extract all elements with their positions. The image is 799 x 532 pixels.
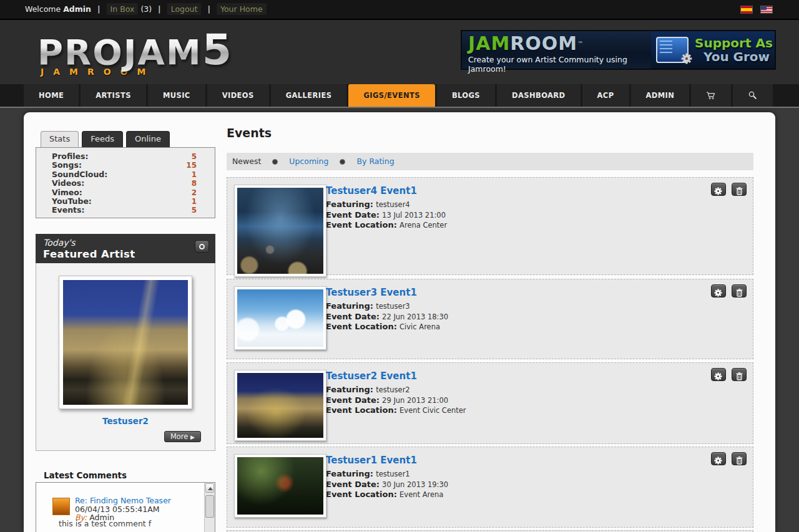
stat-label: YouTube: bbox=[52, 197, 92, 206]
spain-flag-icon[interactable] bbox=[740, 6, 753, 14]
record-dot-icon bbox=[199, 244, 205, 249]
comment-thumbnail[interactable] bbox=[52, 498, 70, 515]
event-actions bbox=[708, 452, 747, 465]
date-label: Event Date: bbox=[326, 395, 380, 405]
event-actions bbox=[708, 284, 747, 297]
event-image-link[interactable] bbox=[234, 370, 326, 441]
featuring-label: Featuring: bbox=[326, 385, 373, 394]
event-title-link[interactable]: Testuser4 Event1 bbox=[326, 185, 447, 196]
event-image-link[interactable] bbox=[234, 286, 326, 350]
nav-item-gigs-events[interactable]: GIGS/EVENTS bbox=[348, 84, 434, 107]
filter-newest[interactable]: Newest bbox=[232, 157, 261, 166]
stat-label: Profiles: bbox=[52, 152, 88, 161]
gear-icon bbox=[714, 187, 722, 195]
event-location-line: Event Location: Event Arena bbox=[326, 490, 448, 500]
latest-comments-box: Re: Finding Nemo Teaser 06/04/13 05:55:4… bbox=[36, 482, 215, 532]
nav-item-blogs[interactable]: BLOGS bbox=[437, 84, 495, 107]
nav-item-admin[interactable]: ADMIN bbox=[631, 84, 690, 107]
content-wrapper: Stats Feeds Online Profiles: 5 Songs: 15… bbox=[24, 112, 775, 532]
tab-feeds[interactable]: Feeds bbox=[82, 131, 123, 147]
cart-button[interactable] bbox=[691, 84, 731, 107]
event-title-link[interactable]: Testuser3 Event1 bbox=[326, 287, 448, 298]
delete-button[interactable] bbox=[732, 368, 747, 381]
stat-row-youtube: YouTube: 1 bbox=[36, 197, 215, 206]
tab-stats[interactable]: Stats bbox=[41, 131, 79, 147]
filter-upcoming[interactable]: Upcoming bbox=[289, 157, 328, 166]
date-label: Event Date: bbox=[326, 480, 380, 489]
featuring-label: Featuring: bbox=[326, 200, 373, 209]
stat-row-profiles: Profiles: 5 bbox=[36, 152, 215, 161]
trash-icon bbox=[736, 372, 743, 380]
nav-item-music[interactable]: MUSIC bbox=[148, 84, 205, 107]
gear-icon bbox=[714, 289, 722, 297]
inbox-count: (3) bbox=[140, 4, 152, 14]
featured-artist-photo[interactable] bbox=[59, 276, 192, 409]
usa-flag-icon[interactable] bbox=[760, 6, 773, 14]
nav-item-videos[interactable]: VIDEOS bbox=[207, 84, 269, 107]
stat-row-songs: Songs: 15 bbox=[36, 161, 215, 170]
event-image-link[interactable] bbox=[234, 185, 326, 277]
separator: | bbox=[94, 4, 104, 14]
delete-button[interactable] bbox=[732, 183, 747, 196]
stat-label: Videos: bbox=[52, 179, 84, 188]
nav-item-dashboard[interactable]: DASHBOARD bbox=[497, 84, 581, 107]
settings-button[interactable] bbox=[711, 368, 726, 381]
nav-item-galleries[interactable]: GALLERIES bbox=[271, 84, 347, 107]
jamroom-banner-ad[interactable]: JAMROOM™ Create your own Artist Communit… bbox=[461, 30, 776, 70]
featured-artist-header: Today's Featured Artist bbox=[36, 234, 215, 263]
logo-text: PROJAM bbox=[37, 32, 202, 72]
nav-item-acp[interactable]: ACP bbox=[582, 84, 629, 107]
settings-button[interactable] bbox=[711, 183, 726, 196]
usa-flag-canton bbox=[761, 6, 767, 10]
event-location-line: Event Location: Arena Center bbox=[326, 220, 447, 231]
bullet-separator-icon bbox=[272, 159, 278, 165]
colosseum-photo bbox=[63, 280, 188, 405]
event-card: Testuser3 Event1 Featuring: testuser3 Ev… bbox=[227, 279, 753, 359]
featured-artist-name-link[interactable]: Testuser2 bbox=[36, 416, 215, 426]
nav-item-artists[interactable]: ARTISTS bbox=[81, 84, 146, 107]
settings-button[interactable] bbox=[711, 452, 726, 465]
event-title-link[interactable]: Testuser1 Event1 bbox=[326, 455, 448, 466]
event-info: Testuser3 Event1 Featuring: testuser3 Ev… bbox=[326, 287, 448, 332]
events-main: Events Newest Upcoming By Rating Testuse… bbox=[227, 112, 753, 532]
inbox-link[interactable]: In Box bbox=[107, 3, 139, 15]
event-card: Testuser1 Event1 Featuring: testuser1 Ev… bbox=[227, 447, 753, 528]
events-filter-bar: Newest Upcoming By Rating bbox=[227, 153, 753, 170]
scrollbar-thumb[interactable] bbox=[205, 495, 214, 518]
banner-right-panel: Support As You Grow bbox=[651, 31, 775, 69]
nav-item-home[interactable]: HOME bbox=[24, 84, 79, 107]
settings-button[interactable] bbox=[711, 284, 726, 297]
brand-jam: JAM bbox=[468, 32, 510, 54]
filter-by-rating[interactable]: By Rating bbox=[356, 157, 394, 166]
page-title: Events bbox=[227, 126, 272, 140]
logout-link[interactable]: Logout bbox=[167, 3, 202, 15]
event-image-link[interactable] bbox=[234, 454, 326, 518]
event-card: Testuser2 Event1 Featuring: testuser2 Ev… bbox=[227, 362, 753, 444]
event-actions bbox=[708, 368, 747, 381]
stat-value: 2 bbox=[192, 188, 197, 197]
site-logo[interactable]: PROJAM5 JAMROOM bbox=[37, 25, 233, 77]
event-location-line: Event Location: Civic Arena bbox=[326, 322, 448, 332]
comment-title-link[interactable]: Re: Finding Nemo Teaser bbox=[75, 496, 196, 505]
location-value: Arena Center bbox=[400, 221, 447, 230]
your-home-link[interactable]: Your Home bbox=[217, 3, 267, 15]
tab-online[interactable]: Online bbox=[126, 131, 170, 147]
event-info: Testuser1 Event1 Featuring: testuser1 Ev… bbox=[326, 455, 448, 500]
gear-icon bbox=[681, 53, 692, 67]
event-featuring-line: Featuring: testuser3 bbox=[326, 301, 448, 312]
comments-scrollbar bbox=[204, 483, 215, 532]
support-slogan: Support As You Grow bbox=[695, 36, 773, 64]
delete-button[interactable] bbox=[732, 452, 747, 465]
more-button[interactable]: More ▶ bbox=[164, 431, 201, 442]
trash-icon bbox=[736, 457, 743, 465]
delete-button[interactable] bbox=[732, 284, 747, 297]
date-value: 13 Jul 2013 21:00 bbox=[382, 211, 446, 220]
search-button[interactable] bbox=[733, 84, 773, 107]
featuring-value: testuser4 bbox=[376, 200, 410, 209]
featuring-value: testuser1 bbox=[376, 470, 410, 478]
event-date-line: Event Date: 29 Jun 2013 21:00 bbox=[326, 395, 466, 406]
scrollbar-up-arrow[interactable] bbox=[205, 483, 214, 493]
featuring-label: Featuring: bbox=[326, 301, 373, 311]
event-title-link[interactable]: Testuser2 Event1 bbox=[326, 370, 466, 382]
featured-refresh-button[interactable] bbox=[195, 240, 209, 253]
